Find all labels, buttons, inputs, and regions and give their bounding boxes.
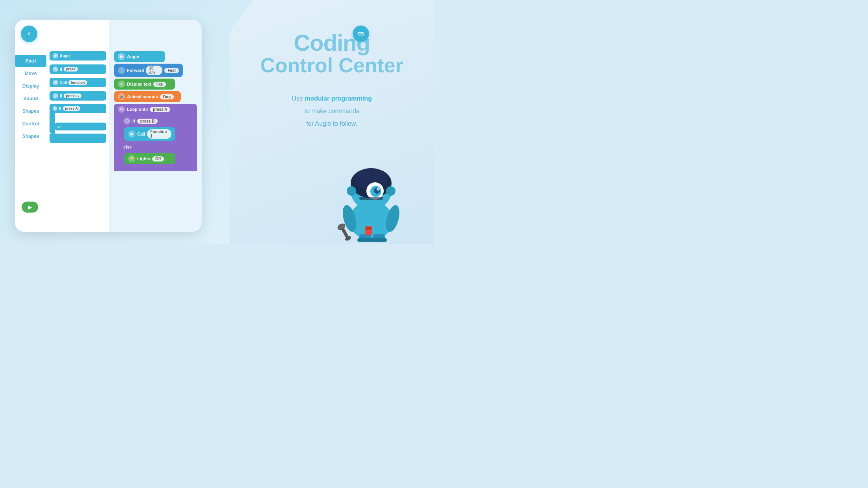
sidebar-item-sound[interactable]: Sound [15,93,46,105]
animal-sounds-label: Animal sounds [127,94,158,99]
back-button[interactable] [21,26,37,42]
sidebar-augie-block[interactable]: ▶ Augie [50,51,106,61]
code-area: ▶ Augie ↑ Forward 20 cm Fast A Display t… [109,20,202,232]
svg-point-8 [377,187,380,191]
if-a-label: if [60,94,62,98]
display-label: Display text [127,82,151,86]
blocks-panel: ▶ Augie ▷ if press ▶ Call function ▷ if … [46,20,109,232]
lights-tag: Off [152,156,164,161]
forward-icon: ↑ [118,67,125,74]
code-display-text-block[interactable]: A Display text like [114,79,175,90]
or-label: or [57,125,61,128]
loop-arm [114,115,120,165]
sidebar-if-press-block[interactable]: ▷ if press [50,64,106,74]
animal-tag: Dog [160,94,174,99]
code-augie-label: Augie [127,54,139,59]
press-a2-tag: press A [63,106,81,111]
title-control: Control Center [260,54,403,77]
function-tag: function [68,80,87,85]
sidebar-item-shapes[interactable]: Shapes [15,105,46,117]
call-func1-label: Call [137,132,145,136]
if-a2-label: If [59,106,61,110]
back-icon [26,30,33,37]
else-label: else [123,145,132,149]
display-text-tag: like [153,82,166,87]
if-label: if [60,67,62,72]
call-label: Call [60,81,67,85]
forward-label: Forward [127,68,144,73]
code-else-block: else [120,141,177,152]
forward-speed-tag: Fast [164,68,179,73]
description-text: Use modular programming to make commands… [292,92,372,130]
sidebar-item-control[interactable]: Control [15,118,46,130]
desc-highlight: modular programming [305,95,372,102]
svg-rect-11 [359,197,383,200]
code-call-func1-block[interactable]: ▶ Call Function 1 [124,127,175,141]
robot-svg [332,146,410,244]
svg-point-10 [386,186,395,196]
if-b-label: If [132,119,135,123]
code-augie-block[interactable]: ▶ Augie [114,51,165,62]
play-icon: ▶ [28,204,32,210]
loop-label: Loop until [127,107,148,112]
link-button[interactable] [353,26,369,42]
play-button[interactable]: ▶ [22,202,38,213]
augie-label: Augie [60,54,71,58]
code-block-stack: ▶ Augie ↑ Forward 20 cm Fast A Display t… [114,51,197,171]
sidebar-call-function-block[interactable]: ▶ Call function [50,78,106,87]
sidebar-if-press-a-block[interactable]: ▷ if press A [50,91,106,101]
sidebar-item-shapes2[interactable]: Shapes [15,130,46,142]
loop-tag: press A [150,107,170,112]
link-icon [357,30,365,38]
c-arm [50,113,55,134]
press-a-tag: press A [64,94,81,98]
if-arm [120,127,124,141]
if-b-icon: ⬡ [123,117,131,125]
c-block-top: ▷ If press A [50,104,106,113]
code-animal-sounds-block[interactable]: 🔊 Animal sounds Dog [114,91,181,102]
main-card: Start Move Display Sound Shapes Control … [15,20,202,232]
call-func1-tag: Function 1 [147,129,171,139]
lights-icon: 💡 [128,155,135,162]
or-block[interactable]: or [55,123,106,130]
lights-label: Lights [137,156,150,161]
display-icon: A [118,81,125,88]
call-icon: ▶ [53,80,58,85]
desc-line2: to make commands [292,105,372,117]
press-tag: press [64,67,78,72]
svg-rect-22 [366,227,371,230]
c-inner: or [55,113,106,134]
code-if-pressb-block[interactable]: ⬡ If press B [120,116,177,127]
c-block-bottom [50,134,106,143]
if-icon: ▷ [53,66,58,72]
code-loop-block[interactable]: ↻ Loop until press A ⬡ If press B [114,104,197,171]
sidebar-item-move[interactable]: Move [15,68,46,79]
sidebar-item-display[interactable]: Display [15,80,46,92]
code-augie-icon: ▶ [118,53,125,60]
code-lights-block[interactable]: 💡 Lights Off [124,153,175,164]
if-a2-icon: ▷ [53,106,57,111]
svg-rect-19 [357,238,373,242]
code-loop-top: ↻ Loop until press A [114,104,181,115]
sidebar-c-block[interactable]: ▷ If press A or [50,104,106,143]
robot-illustration [332,146,410,244]
if-a-icon: ▷ [53,93,58,99]
sidebar-item-start[interactable]: Start [15,55,46,67]
sidebar-nav: Start Move Display Sound Shapes Control … [15,20,46,232]
augie-icon: ▶ [53,53,58,59]
if-b-tag: press B [137,119,158,124]
loop-icon: ↻ [118,106,125,113]
svg-point-9 [347,186,356,196]
svg-rect-20 [371,238,387,242]
code-forward-block[interactable]: ↑ Forward 20 cm Fast [114,64,183,77]
desc-use: Use [292,95,303,102]
loop-bottom [114,165,181,171]
animal-icon: 🔊 [118,93,125,100]
forward-distance-tag: 20 cm [146,66,162,75]
c-bottom-spacer [53,136,54,140]
call-func1-icon: ▶ [128,130,135,138]
desc-line3: for Augie to follow. [292,117,372,130]
